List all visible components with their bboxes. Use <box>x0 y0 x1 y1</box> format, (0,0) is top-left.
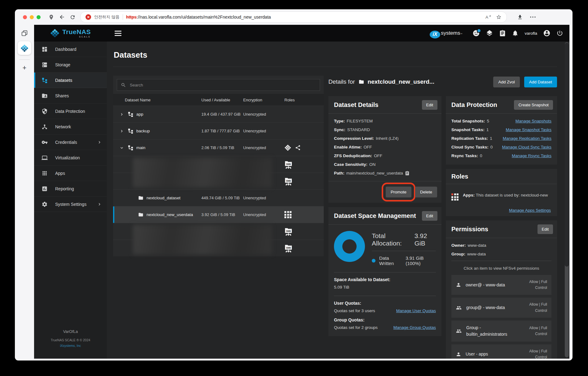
table-row-app[interactable]: app 19.4 GiB / 437.97 GiB Unencrypted <box>113 106 324 122</box>
table-row-nextcloud-new-userdata[interactable]: nextcloud_new_userdata 3.92 GiB / 5.09 T… <box>113 206 324 223</box>
app-header: TrueNAS SCALE iX systems ™ <box>34 25 569 42</box>
promote-button[interactable]: Promote <box>386 187 411 197</box>
edit-space-button[interactable]: Edit <box>422 211 437 221</box>
search-icon <box>121 82 126 88</box>
truecommand-icon[interactable] <box>486 29 493 37</box>
bar-chart-icon <box>41 186 48 192</box>
reload-button[interactable] <box>70 14 76 20</box>
sidebar-item-label: Virtualization <box>55 155 80 160</box>
acl-item-owner[interactable]: owner@ - www-data Allow | Full Control <box>451 275 551 295</box>
url-rest: ://nas.local.varofla.com/ui/datasets/mai… <box>137 15 271 20</box>
company-link[interactable]: iXsystems, Inc <box>34 344 107 347</box>
edit-dataset-details-button[interactable]: Edit <box>422 100 437 110</box>
sidebar-item-system-settings[interactable]: System Settings <box>34 197 107 212</box>
copy-path-icon[interactable] <box>405 171 410 175</box>
hostname-label: VarOfLa <box>34 329 107 334</box>
ixsystems-logo: iX systems ™ <box>430 29 462 37</box>
back-button[interactable] <box>59 14 65 20</box>
sidebar-item-credentials[interactable]: Credentials <box>34 135 107 150</box>
sidebar-item-label: Storage <box>55 62 70 67</box>
expand-chevron-icon[interactable] <box>119 112 125 117</box>
search-field[interactable] <box>117 79 320 91</box>
copyright-label: TrueNAS SCALE ® © 2024 <box>34 338 107 342</box>
minimize-window-button[interactable] <box>30 15 34 19</box>
sidebar-item-virtualization[interactable]: Virtualization <box>34 150 107 166</box>
browser-window: ✕ 안전하지 않음 https://nas.local.varofla.com/… <box>15 9 573 361</box>
acl-item-user-apps[interactable]: User - apps Allow | Full Control <box>451 344 551 359</box>
sidebar-item-label: Data Protection <box>55 109 85 114</box>
power-icon[interactable] <box>556 30 563 37</box>
datasets-tree-icon <box>41 77 48 83</box>
smb-share-icon: SMB <box>284 227 292 236</box>
url-scheme: https <box>126 15 137 20</box>
divider <box>19 60 30 60</box>
sidebar-item-apps[interactable]: Apps <box>34 166 107 181</box>
redacted-rows: SMB SMB <box>113 156 324 189</box>
svg-text:SMB: SMB <box>286 247 291 249</box>
space-available-value: 5.09 TiB <box>334 285 436 290</box>
hamburger-menu-icon[interactable] <box>115 31 121 36</box>
table-row-backup[interactable]: backup 1.87 TiB / 777.87 GiB Unencrypted <box>113 122 324 139</box>
divider <box>123 14 123 20</box>
sidebar-item-network[interactable]: Network <box>34 119 107 135</box>
card-title: Data Protection <box>451 101 514 108</box>
sidebar-item-datasets[interactable]: Datasets <box>34 73 107 88</box>
text-size-icon[interactable]: A <box>485 14 492 20</box>
collapse-chevron-icon[interactable] <box>119 145 125 150</box>
manage-cloud-sync-tasks-link[interactable]: Manage Cloud Sync Tasks <box>502 145 551 149</box>
selected-dataset-name: nextcloud_new_userd... <box>368 78 434 85</box>
user-avatar-icon[interactable] <box>543 29 551 37</box>
location-pin-icon[interactable] <box>48 14 54 20</box>
manage-snapshots-link[interactable]: Manage Snapshots <box>516 119 551 123</box>
truenas-logo-mark <box>50 29 59 37</box>
bookmark-star-icon[interactable] <box>496 14 502 20</box>
svg-text:SMB: SMB <box>286 180 291 182</box>
manage-replication-tasks-link[interactable]: Manage Replication Tasks <box>503 136 551 141</box>
scrollbar-thumb[interactable] <box>565 43 569 267</box>
manage-rsync-tasks-link[interactable]: Manage Rsync Tasks <box>512 153 551 158</box>
edit-permissions-button[interactable]: Edit <box>538 224 553 234</box>
delete-button[interactable]: Delete <box>415 187 437 197</box>
apps-role-icon <box>284 211 292 218</box>
active-tab-favicon[interactable] <box>18 41 31 55</box>
truenas-logo[interactable]: TrueNAS SCALE <box>34 29 107 38</box>
zoom-window-button[interactable] <box>37 15 41 19</box>
chevron-right-icon <box>97 140 102 145</box>
manage-snapshot-tasks-link[interactable]: Manage Snapshot Tasks <box>506 127 551 132</box>
sidebar-item-dashboard[interactable]: Dashboard <box>34 42 107 57</box>
feedback-icon[interactable] <box>472 29 480 37</box>
group-icon <box>456 328 462 334</box>
manage-user-quotas-link[interactable]: Manage User Quotas <box>396 308 436 313</box>
acl-item-group[interactable]: group@ - www-data Allow | Full Control <box>451 298 551 317</box>
table-row-main[interactable]: main 2.06 TiB / 5.09 TiB Unencrypted <box>113 139 324 156</box>
table-header: Dataset Name Used / Available Encryption… <box>113 94 324 106</box>
search-input[interactable] <box>129 82 316 88</box>
sidebar-item-label: Shares <box>55 93 69 98</box>
sidebar-item-reporting[interactable]: Reporting <box>34 181 107 197</box>
sidebar-item-label: Datasets <box>55 78 72 83</box>
expand-chevron-icon[interactable] <box>119 129 125 134</box>
add-zvol-button[interactable]: Add Zvol <box>493 77 520 87</box>
sidebar-item-shares[interactable]: Shares <box>34 88 107 104</box>
alerts-bell-icon[interactable] <box>512 30 519 37</box>
sidebar-item-storage[interactable]: Storage <box>34 57 107 73</box>
manage-apps-settings-link[interactable]: Manage Apps Settings <box>509 208 551 213</box>
acl-item-builtin-administrators[interactable]: Group - builtin_administrators Allow | F… <box>451 321 551 342</box>
sidebar-item-data-protection[interactable]: Data Protection <box>34 104 107 119</box>
address-bar[interactable]: ✕ 안전하지 않음 https://nas.local.varofla.com/… <box>80 11 507 23</box>
manage-group-quotas-link[interactable]: Manage Group Quotas <box>393 325 436 330</box>
create-snapshot-button[interactable]: Create Snapshot <box>514 100 553 110</box>
downloads-icon[interactable] <box>517 14 523 20</box>
more-menu-icon[interactable] <box>530 16 536 18</box>
sidebar-item-label: Apps <box>55 171 65 176</box>
tab-switcher-icon[interactable] <box>21 30 28 37</box>
column-encryption: Encryption <box>243 98 284 102</box>
table-row-nextcloud-dataset[interactable]: nextcloud_dataset 449.74 GiB / 5.09 TiB … <box>113 189 324 206</box>
close-window-button[interactable] <box>23 15 27 19</box>
new-tab-button[interactable]: + <box>23 64 27 71</box>
jobs-clipboard-icon[interactable] <box>499 30 506 37</box>
space-available-label: Space Available to Dataset: <box>334 277 436 282</box>
dataset-name: nextcloud_dataset <box>147 196 181 200</box>
add-dataset-button[interactable]: Add Dataset <box>524 77 557 87</box>
page-scrollbar[interactable] <box>565 42 569 357</box>
